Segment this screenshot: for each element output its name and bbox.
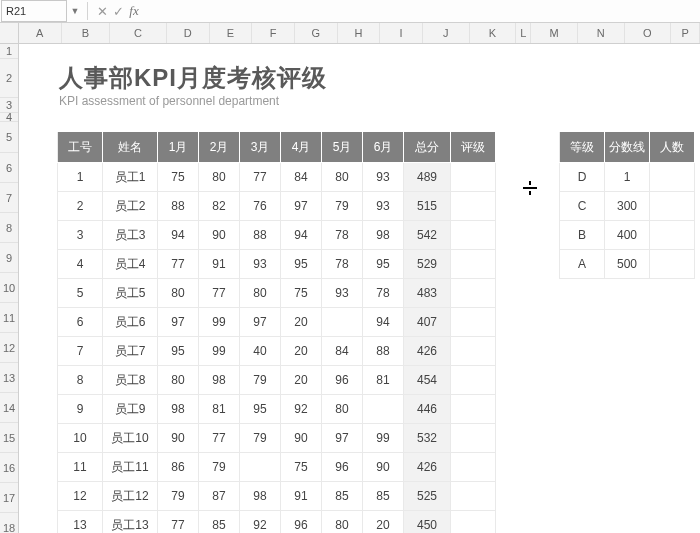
cell-m2[interactable]: 81 xyxy=(199,395,240,424)
cell-level[interactable]: A xyxy=(560,250,605,279)
cell-grade[interactable] xyxy=(451,482,496,511)
cell-m1[interactable]: 90 xyxy=(158,424,199,453)
cell-id[interactable]: 1 xyxy=(58,163,103,192)
column-header-P[interactable]: P xyxy=(671,23,700,43)
cell-m1[interactable]: 80 xyxy=(158,279,199,308)
header-name[interactable]: 姓名 xyxy=(103,132,158,163)
row-header-11[interactable]: 11 xyxy=(0,303,18,333)
cell-total[interactable]: 426 xyxy=(404,453,451,482)
cell-m2[interactable]: 98 xyxy=(199,366,240,395)
cell-id[interactable]: 5 xyxy=(58,279,103,308)
name-box[interactable]: R21 xyxy=(1,0,67,22)
cell-m5[interactable] xyxy=(322,308,363,337)
cell-m1[interactable]: 88 xyxy=(158,192,199,221)
cell-grade[interactable] xyxy=(451,250,496,279)
row-header-4[interactable]: 4 xyxy=(0,113,18,122)
row-header-6[interactable]: 6 xyxy=(0,153,18,183)
cell-m4[interactable]: 20 xyxy=(281,337,322,366)
header-month6[interactable]: 6月 xyxy=(363,132,404,163)
header-month4[interactable]: 4月 xyxy=(281,132,322,163)
cell-m3[interactable]: 93 xyxy=(240,250,281,279)
cell-m2[interactable]: 80 xyxy=(199,163,240,192)
column-header-L[interactable]: L xyxy=(516,23,531,43)
cell-total[interactable]: 515 xyxy=(404,192,451,221)
column-header-I[interactable]: I xyxy=(380,23,423,43)
cell-grade[interactable] xyxy=(451,279,496,308)
cell-line[interactable]: 500 xyxy=(605,250,650,279)
fx-icon[interactable]: fx xyxy=(126,3,142,19)
cell-m5[interactable]: 80 xyxy=(322,163,363,192)
cell-m1[interactable]: 80 xyxy=(158,366,199,395)
cell-m2[interactable]: 85 xyxy=(199,511,240,534)
cell-total[interactable]: 446 xyxy=(404,395,451,424)
cell-total[interactable]: 407 xyxy=(404,308,451,337)
cancel-icon[interactable]: ✕ xyxy=(94,4,110,19)
cell-m6[interactable]: 93 xyxy=(363,163,404,192)
cell-m2[interactable]: 91 xyxy=(199,250,240,279)
cell-m5[interactable]: 93 xyxy=(322,279,363,308)
row-header-1[interactable]: 1 xyxy=(0,44,18,59)
header-month2[interactable]: 2月 xyxy=(199,132,240,163)
row-header-12[interactable]: 12 xyxy=(0,333,18,363)
cell-id[interactable]: 9 xyxy=(58,395,103,424)
cell-m3[interactable]: 98 xyxy=(240,482,281,511)
cell-id[interactable]: 13 xyxy=(58,511,103,534)
cell-name[interactable]: 员工5 xyxy=(103,279,158,308)
row-header-5[interactable]: 5 xyxy=(0,122,18,153)
cell-total[interactable]: 450 xyxy=(404,511,451,534)
column-header-J[interactable]: J xyxy=(423,23,470,43)
cell-m3[interactable]: 77 xyxy=(240,163,281,192)
cell-id[interactable]: 2 xyxy=(58,192,103,221)
cell-name[interactable]: 员工11 xyxy=(103,453,158,482)
column-header-F[interactable]: F xyxy=(252,23,295,43)
cell-grade[interactable] xyxy=(451,221,496,250)
cell-name[interactable]: 员工9 xyxy=(103,395,158,424)
cell-m2[interactable]: 87 xyxy=(199,482,240,511)
row-header-14[interactable]: 14 xyxy=(0,393,18,423)
cell-m1[interactable]: 86 xyxy=(158,453,199,482)
cell-id[interactable]: 11 xyxy=(58,453,103,482)
cell-name[interactable]: 员工7 xyxy=(103,337,158,366)
cell-name[interactable]: 员工2 xyxy=(103,192,158,221)
cell-line[interactable]: 300 xyxy=(605,192,650,221)
cell-m6[interactable]: 99 xyxy=(363,424,404,453)
cell-total[interactable]: 525 xyxy=(404,482,451,511)
row-header-8[interactable]: 8 xyxy=(0,213,18,243)
row-header-9[interactable]: 9 xyxy=(0,243,18,273)
cell-name[interactable]: 员工13 xyxy=(103,511,158,534)
header-month1[interactable]: 1月 xyxy=(158,132,199,163)
cell-m1[interactable]: 77 xyxy=(158,511,199,534)
column-header-K[interactable]: K xyxy=(470,23,517,43)
cell-name[interactable]: 员工10 xyxy=(103,424,158,453)
cell-m2[interactable]: 79 xyxy=(199,453,240,482)
row-header-16[interactable]: 16 xyxy=(0,453,18,483)
cell-m1[interactable]: 97 xyxy=(158,308,199,337)
cell-m5[interactable]: 85 xyxy=(322,482,363,511)
cell-grade[interactable] xyxy=(451,163,496,192)
header-month5[interactable]: 5月 xyxy=(322,132,363,163)
header-level[interactable]: 等级 xyxy=(560,132,605,163)
cell-m3[interactable]: 88 xyxy=(240,221,281,250)
cell-total[interactable]: 454 xyxy=(404,366,451,395)
cell-level[interactable]: D xyxy=(560,163,605,192)
cell-m5[interactable]: 78 xyxy=(322,250,363,279)
cell-m6[interactable]: 94 xyxy=(363,308,404,337)
row-header-13[interactable]: 13 xyxy=(0,363,18,393)
cell-m4[interactable]: 96 xyxy=(281,511,322,534)
cell-m6[interactable]: 78 xyxy=(363,279,404,308)
cell-m6[interactable]: 90 xyxy=(363,453,404,482)
cell-m1[interactable]: 77 xyxy=(158,250,199,279)
column-header-H[interactable]: H xyxy=(338,23,381,43)
cell-total[interactable]: 529 xyxy=(404,250,451,279)
cell-m4[interactable]: 90 xyxy=(281,424,322,453)
cell-grade[interactable] xyxy=(451,366,496,395)
column-header-G[interactable]: G xyxy=(295,23,338,43)
cell-total[interactable]: 426 xyxy=(404,337,451,366)
confirm-icon[interactable]: ✓ xyxy=(110,4,126,19)
cell-id[interactable]: 4 xyxy=(58,250,103,279)
cell-m3[interactable]: 79 xyxy=(240,424,281,453)
header-count[interactable]: 人数 xyxy=(650,132,695,163)
cell-m3[interactable]: 92 xyxy=(240,511,281,534)
column-header-D[interactable]: D xyxy=(167,23,210,43)
cell-level[interactable]: C xyxy=(560,192,605,221)
